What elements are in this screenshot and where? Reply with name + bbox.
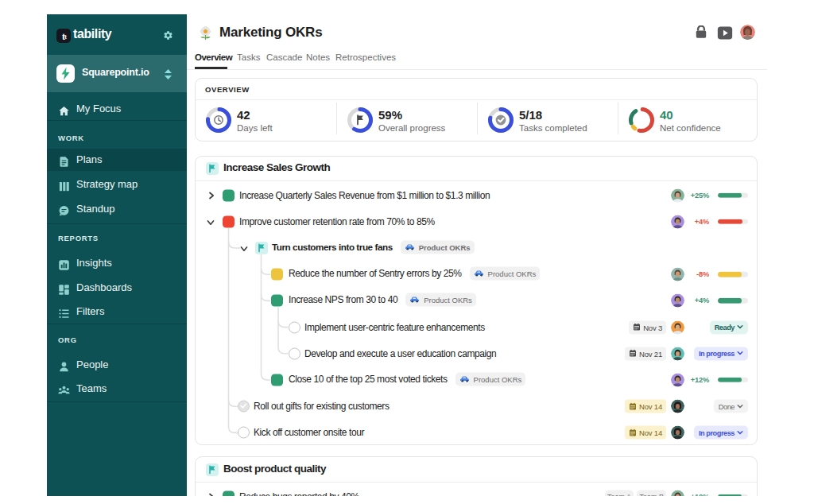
- svg-text:t: t: [64, 33, 67, 41]
